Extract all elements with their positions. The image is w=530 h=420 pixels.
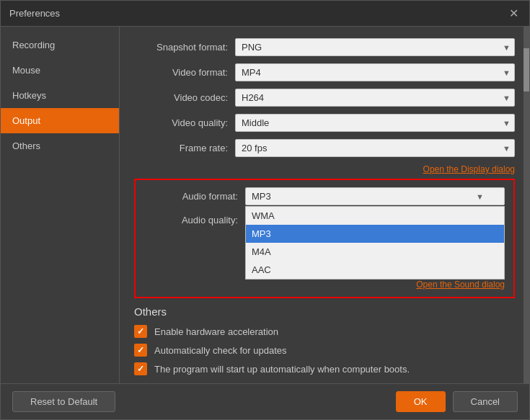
video-codec-select-wrapper: H264 ▼ [235,89,515,107]
sidebar-item-output[interactable]: Output [1,108,119,133]
video-quality-row: Video quality: Middle ▼ [134,114,515,132]
frame-rate-select-wrapper: 20 fps ▼ [235,139,515,157]
video-quality-label: Video quality: [134,117,228,128]
audio-section: Audio format: MP3 ▼ WMA MP3 M4A AAC [134,179,515,298]
main-panel: Snapshot format: PNG ▼ Video format: MP4… [120,27,529,383]
frame-rate-row: Frame rate: 20 fps ▼ [134,139,515,157]
auto-start-checkbox[interactable] [134,362,147,375]
snapshot-format-select-wrapper: PNG ▼ [235,38,515,56]
video-quality-select[interactable]: Middle [235,114,515,132]
frame-rate-select[interactable]: 20 fps [235,139,515,157]
auto-check-updates-row: Automatically check for updates [134,344,515,357]
video-format-row: Video format: MP4 ▼ [134,63,515,81]
hardware-acceleration-label: Enable hardware acceleration [154,326,278,337]
title-bar: Preferences ✕ [1,1,529,27]
sidebar-item-hotkeys[interactable]: Hotkeys [1,83,119,108]
video-codec-label: Video codec: [134,92,228,103]
audio-format-display[interactable]: MP3 ▼ [245,187,505,205]
snapshot-format-label: Snapshot format: [134,42,228,53]
open-sound-dialog-link[interactable]: Open the Sound dialog [144,280,505,290]
sidebar-item-others[interactable]: Others [1,133,119,158]
others-title: Others [134,305,515,318]
close-button[interactable]: ✕ [506,6,521,21]
preferences-dialog: Preferences ✕ Recording Mouse Hotkeys Ou… [0,0,530,420]
video-format-select-wrapper: MP4 ▼ [235,63,515,81]
audio-format-label: Audio format: [144,191,238,202]
auto-start-row: The program will start up automatically … [134,362,515,375]
others-section: Others Enable hardware acceleration Auto… [134,305,515,383]
audio-option-m4a[interactable]: M4A [246,243,504,261]
sidebar: Recording Mouse Hotkeys Output Others [1,27,120,383]
dialog-title: Preferences [9,8,60,19]
sidebar-item-mouse[interactable]: Mouse [1,58,119,83]
video-format-select[interactable]: MP4 [235,63,515,81]
audio-quality-label: Audio quality: [144,215,238,225]
footer-right-buttons: OK Cancel [396,391,518,412]
reset-to-default-button[interactable]: Reset to Default [12,391,115,412]
video-codec-select[interactable]: H264 [235,89,515,107]
audio-format-chevron-icon: ▼ [476,192,484,201]
video-quality-select-wrapper: Middle ▼ [235,114,515,132]
audio-option-aac[interactable]: AAC [246,261,504,279]
hardware-acceleration-checkbox[interactable] [134,325,147,338]
snapshot-format-row: Snapshot format: PNG ▼ [134,38,515,56]
auto-check-updates-checkbox[interactable] [134,344,147,357]
footer: Reset to Default OK Cancel [1,383,529,419]
snapshot-format-select[interactable]: PNG [235,38,515,56]
video-format-label: Video format: [134,67,228,78]
content-area: Recording Mouse Hotkeys Output Others Sn… [1,27,529,383]
audio-format-dropdown: WMA MP3 M4A AAC [245,206,505,280]
auto-check-updates-label: Automatically check for updates [154,345,287,356]
sidebar-item-recording[interactable]: Recording [1,32,119,58]
video-codec-row: Video codec: H264 ▼ [134,89,515,107]
when-close-label: When close main panel: [154,381,515,383]
scrollbar-thumb[interactable] [524,48,529,91]
auto-start-label: The program will start up automatically … [154,364,410,375]
cancel-button[interactable]: Cancel [453,391,518,412]
audio-option-mp3[interactable]: MP3 [246,225,504,243]
hardware-acceleration-row: Enable hardware acceleration [134,325,515,338]
scrollbar[interactable] [524,27,529,383]
frame-rate-label: Frame rate: [134,143,228,153]
audio-option-wma[interactable]: WMA [246,207,504,225]
ok-button[interactable]: OK [396,391,446,412]
audio-format-row: Audio format: MP3 ▼ WMA MP3 M4A AAC [144,187,505,205]
audio-format-wrapper: MP3 ▼ WMA MP3 M4A AAC [245,187,505,205]
open-display-dialog-link[interactable]: Open the Display dialog [134,164,515,174]
